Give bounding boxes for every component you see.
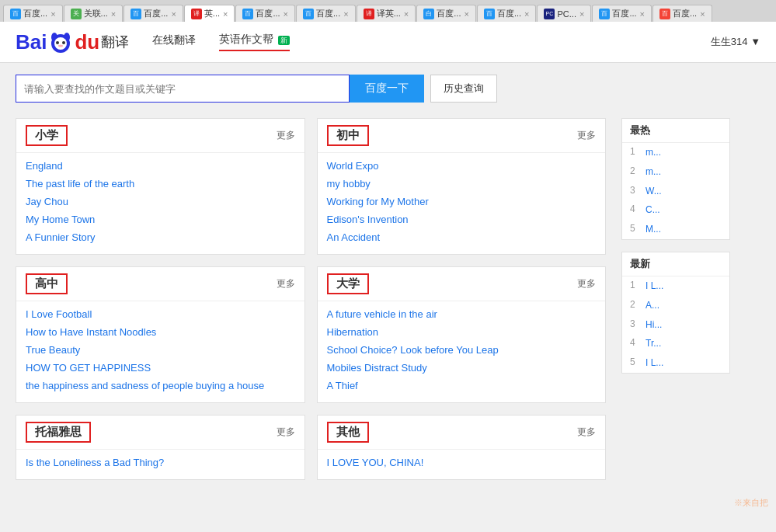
tab-close-4[interactable]: ×	[223, 9, 228, 19]
nav-tab-translate[interactable]: 在线翻译	[152, 33, 196, 50]
category-chuzhong-title: 初中	[327, 125, 369, 146]
history-button[interactable]: 历史查询	[430, 75, 497, 103]
sidebar-new-link-2[interactable]: A...	[646, 299, 659, 312]
sidebar-hot-item-4: 4 C...	[622, 200, 729, 220]
sidebar-new-link-1[interactable]: I L...	[646, 280, 663, 293]
link-accident[interactable]: An Accident	[327, 228, 597, 246]
link-football[interactable]: I Love Football	[26, 305, 295, 323]
search-button[interactable]: 百度一下	[350, 75, 424, 103]
sidebar-hot-link-2[interactable]: m...	[646, 165, 661, 179]
sidebar-new-num-3: 3	[630, 318, 642, 329]
category-tuofu-title: 托福雅思	[26, 422, 91, 443]
link-home-town[interactable]: My Home Town	[26, 210, 295, 228]
link-mobiles[interactable]: Mobiles Distract Study	[327, 359, 597, 377]
sidebar-new-num-1: 1	[630, 280, 642, 290]
tab-7[interactable]: 译 译英... ×	[357, 5, 416, 22]
sidebar-new-num-4: 4	[630, 337, 642, 348]
sidebar-new-link-4[interactable]: Tr...	[646, 337, 661, 350]
tab-close-9[interactable]: ×	[524, 9, 529, 19]
link-happiness[interactable]: HOW TO GET HAPPINESS	[26, 359, 295, 377]
tab-close-10[interactable]: ×	[579, 9, 584, 19]
category-tuofu-more[interactable]: 更多	[277, 426, 295, 439]
category-gaozhong-more[interactable]: 更多	[277, 277, 295, 290]
category-xiaoxue-links: England The past life of the earth Jay C…	[16, 157, 304, 246]
user-info[interactable]: 生生314 ▼	[711, 35, 760, 49]
sidebar-hot-num-3: 3	[630, 185, 642, 196]
sidebar-hot-num-1: 1	[630, 146, 642, 157]
sidebar-hot-link-5[interactable]: M...	[646, 223, 661, 236]
category-xiaoxue-title: 小学	[26, 125, 68, 146]
link-future-vehicle[interactable]: A future vehicle in the air	[327, 305, 597, 323]
link-england[interactable]: England	[26, 157, 295, 175]
tab-11[interactable]: 百 百度... ×	[592, 5, 652, 22]
favicon-10: PC	[544, 9, 555, 19]
link-school-choice[interactable]: School Choice? Look before You Leap	[327, 341, 597, 359]
tab-8[interactable]: 白 百度... ×	[416, 5, 476, 22]
link-house[interactable]: the happiness and sadness of people buyi…	[26, 377, 295, 395]
link-edison[interactable]: Edison's Invention	[327, 210, 597, 228]
category-qita-links: I LOVE YOU, CHINA!	[318, 454, 606, 471]
category-chuzhong-header: 初中 更多	[318, 119, 606, 153]
category-daxue: 大学 更多 A future vehicle in the air Hibern…	[317, 266, 607, 403]
tab-close-2[interactable]: ×	[111, 9, 116, 19]
category-gaozhong-title: 高中	[26, 273, 68, 294]
link-hibernation[interactable]: Hibernation	[327, 323, 597, 341]
category-xiaoxue-more[interactable]: 更多	[277, 129, 295, 142]
sidebar-hot-link-3[interactable]: W...	[646, 185, 662, 198]
category-daxue-more[interactable]: 更多	[577, 277, 596, 290]
link-thief[interactable]: A Thief	[327, 377, 597, 395]
link-past-life[interactable]: The past life of the earth	[26, 175, 295, 193]
sidebar-hot-link-4[interactable]: C...	[646, 203, 660, 217]
link-true-beauty[interactable]: True Beauty	[26, 341, 295, 359]
category-qita-header: 其他 更多	[318, 416, 606, 450]
sidebar-hot-link-1[interactable]: m...	[646, 146, 661, 159]
tab-9[interactable]: 百 百度... ×	[477, 5, 537, 22]
content-layout: 小学 更多 England The past life of the earth…	[16, 118, 730, 480]
sidebar-hot-box: 最热 1 m... 2 m... 3 W... 4 C...	[621, 118, 730, 240]
category-chuzhong-more[interactable]: 更多	[577, 129, 596, 142]
nav-tab-essay[interactable]: 英语作文帮 新	[219, 33, 290, 51]
favicon-7: 译	[364, 9, 374, 19]
sidebar-hot-num-5: 5	[630, 223, 642, 234]
link-world-expo[interactable]: World Expo	[327, 157, 597, 175]
sidebar-new-link-5[interactable]: I L...	[646, 356, 663, 370]
tab-close-6[interactable]: ×	[343, 9, 348, 19]
tab-1[interactable]: 百 百度... ×	[3, 5, 63, 22]
tab-5[interactable]: 百 百度... ×	[235, 5, 295, 22]
tab-4[interactable]: 译 英... ×	[184, 5, 235, 22]
tab-close-11[interactable]: ×	[640, 9, 645, 19]
sidebar-hot-item-5: 5 M...	[622, 220, 729, 239]
tab-label-6: 百度...	[316, 8, 340, 19]
sidebar-new-link-3[interactable]: Hi...	[646, 318, 662, 332]
search-input[interactable]	[16, 75, 350, 103]
category-chuzhong-links: World Expo my hobby Working for My Mothe…	[318, 157, 606, 246]
tab-close-1[interactable]: ×	[50, 9, 55, 19]
svg-point-4	[56, 41, 59, 44]
category-qita-more[interactable]: 更多	[577, 426, 596, 439]
tab-12[interactable]: 百 百度... ×	[652, 5, 712, 22]
link-my-hobby[interactable]: my hobby	[327, 175, 597, 193]
favicon-6: 百	[303, 9, 314, 19]
tab-close-5[interactable]: ×	[284, 9, 288, 19]
category-qita-title: 其他	[327, 422, 369, 443]
tab-10[interactable]: PC PC... ×	[537, 5, 591, 22]
link-love-china[interactable]: I LOVE YOU, CHINA!	[327, 454, 597, 471]
tab-3[interactable]: 百 百度... ×	[124, 5, 183, 22]
tab-6[interactable]: 百 百度... ×	[296, 5, 356, 22]
tab-close-7[interactable]: ×	[404, 9, 409, 19]
category-daxue-links: A future vehicle in the air Hibernation …	[318, 305, 606, 395]
link-funnier-story[interactable]: A Funnier Story	[26, 228, 295, 246]
svg-point-5	[62, 41, 65, 44]
tab-close-8[interactable]: ×	[464, 9, 468, 19]
link-instant-noodles[interactable]: How to Have Instant Noodles	[26, 323, 295, 341]
tab-label-12: 百度...	[673, 8, 697, 19]
svg-point-6	[58, 45, 63, 47]
link-working-for-mother[interactable]: Working for My Mother	[327, 193, 597, 210]
tab-close-12[interactable]: ×	[700, 9, 705, 19]
favicon-5: 百	[242, 9, 253, 19]
link-jay-chou[interactable]: Jay Chou	[26, 193, 295, 210]
tab-2[interactable]: 关 关联... ×	[64, 5, 124, 22]
category-gaozhong-header: 高中 更多	[16, 267, 304, 301]
link-loneliness[interactable]: Is the Loneliness a Bad Thing?	[26, 454, 295, 471]
tab-close-3[interactable]: ×	[171, 9, 176, 19]
